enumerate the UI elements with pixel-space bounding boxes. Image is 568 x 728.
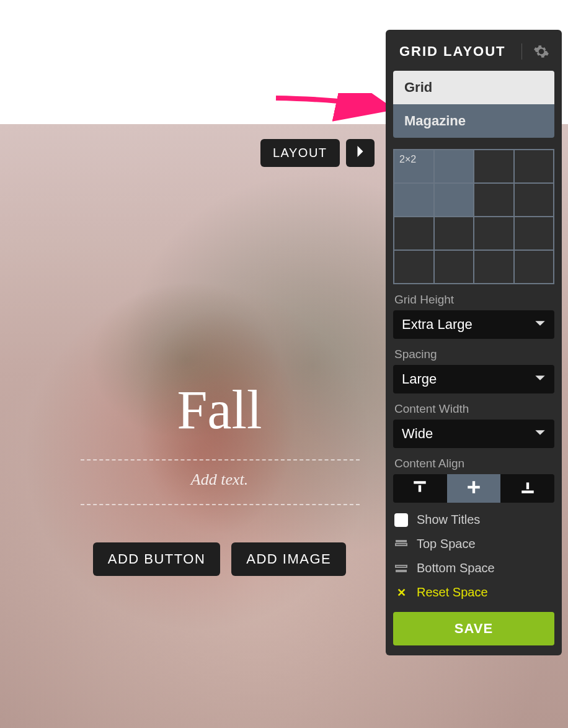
grid-size-cell[interactable] [474,251,513,283]
svg-rect-5 [526,482,529,489]
svg-rect-4 [521,490,534,493]
grid-size-cell[interactable] [435,217,474,249]
layout-type-tabs: Grid Magazine [393,71,554,138]
top-space-icon [394,539,408,550]
grid-size-picker[interactable]: 2×2 [393,149,554,284]
chevron-down-icon [535,317,546,333]
block-title[interactable]: Fall [0,379,439,441]
svg-rect-0 [414,481,427,483]
chevron-right-icon [357,146,364,160]
bottom-space-toggle[interactable]: Bottom Space [394,561,553,575]
grid-size-cell[interactable] [435,251,474,283]
tab-grid[interactable]: Grid [393,71,554,104]
grid-layout-panel: GRID LAYOUT Grid Magazine 2×2 [386,30,562,655]
svg-rect-9 [396,570,407,572]
align-top-button[interactable] [393,474,447,503]
grid-size-cell[interactable] [474,150,513,182]
editor-stage: LAYOUT Fall Add text. ADD BUTTON ADD IMA… [0,0,568,728]
align-bottom-icon [520,479,536,498]
select-value: Wide [402,426,433,442]
grid-size-cell[interactable] [394,217,433,249]
show-titles-label: Show Titles [417,513,480,527]
block-action-row: ADD BUTTON ADD IMAGE [0,542,439,576]
grid-size-cell[interactable] [474,217,513,249]
grid-size-cell[interactable] [515,217,554,249]
grid-size-cell[interactable] [435,150,474,182]
svg-rect-8 [396,565,407,567]
grid-size-cell[interactable] [435,184,474,216]
bottom-space-label: Bottom Space [417,561,495,575]
svg-rect-6 [396,540,407,542]
align-top-icon [412,479,428,498]
spacing-label: Spacing [394,348,553,361]
grid-height-select[interactable]: Extra Large [393,310,554,339]
reset-space-button[interactable]: ✕ Reset Space [394,585,553,600]
panel-title: GRID LAYOUT [399,43,506,60]
layout-button[interactable]: LAYOUT [260,139,340,167]
tab-magazine[interactable]: Magazine [393,104,554,138]
spacing-select[interactable]: Large [393,365,554,393]
content-align-label: Content Align [394,457,553,470]
grid-size-cell[interactable] [474,184,513,216]
chevron-down-icon [535,371,546,387]
content-width-select[interactable]: Wide [393,420,554,448]
chevron-down-icon [535,426,546,442]
bottom-space-icon [394,563,408,574]
annotation-arrow [273,93,397,124]
add-image-button[interactable]: ADD IMAGE [231,542,346,576]
select-value: Large [402,371,437,387]
close-icon: ✕ [394,587,408,598]
align-bottom-button[interactable] [500,474,554,503]
align-middle-button[interactable] [447,474,501,503]
settings-button[interactable] [521,43,549,60]
divider [81,459,360,461]
top-space-label: Top Space [417,537,476,551]
reset-space-label: Reset Space [417,585,488,600]
gear-icon [533,48,549,62]
grid-size-cell[interactable] [515,251,554,283]
content-width-label: Content Width [394,402,553,416]
top-space-toggle[interactable]: Top Space [394,537,553,551]
show-titles-row[interactable]: Show Titles [394,513,553,527]
layout-expand-button[interactable] [346,139,375,167]
grid-size-cell[interactable]: 2×2 [394,150,433,182]
select-value: Extra Large [402,317,473,333]
layout-toolbar: LAYOUT [260,139,375,167]
add-text-placeholder[interactable]: Add text. [0,470,439,489]
svg-rect-3 [468,485,480,488]
content-align-group [393,474,554,503]
grid-size-cell[interactable] [515,184,554,216]
show-titles-checkbox[interactable] [394,513,408,527]
add-button-button[interactable]: ADD BUTTON [93,542,221,576]
grid-size-cell[interactable] [394,184,433,216]
align-middle-icon [466,479,482,498]
svg-rect-1 [419,485,421,492]
grid-height-label: Grid Height [394,293,553,307]
svg-rect-7 [396,544,407,546]
grid-size-cell[interactable] [394,251,433,283]
save-button[interactable]: SAVE [393,612,554,645]
panel-header: GRID LAYOUT [386,30,562,71]
divider [81,504,360,505]
grid-size-cell[interactable] [515,150,554,182]
